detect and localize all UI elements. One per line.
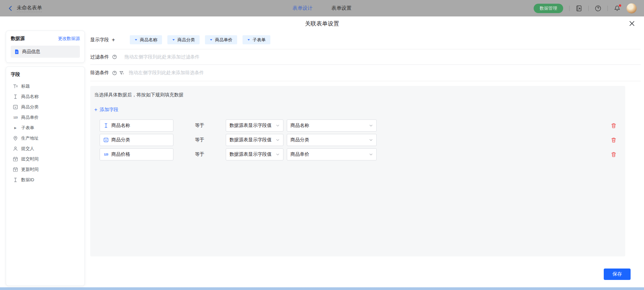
display-field-tag[interactable]: 商品单价: [205, 35, 237, 44]
filter-drop-placeholder[interactable]: 拖动左侧字段到此处来添加过滤条件: [124, 54, 200, 60]
rule-source-select[interactable]: 数据源表显示字段值: [226, 119, 283, 132]
delete-rule-icon[interactable]: [611, 123, 616, 129]
screen-condition-row: 筛选条件 拖动左侧字段到此处来添加筛选条件: [90, 65, 641, 81]
topbar: 未命名表单 表单设计 表单设置 数据管理: [0, 0, 644, 16]
rule-value-select[interactable]: 商品单价: [287, 148, 377, 160]
screen-condition-label: 筛选条件: [90, 70, 109, 76]
fill-rules-panel: 当选择具体数据后，将按如下规则填充数据 + 添加字段 商品名称等于数据源表显示字…: [90, 86, 625, 256]
delete-rule-icon[interactable]: [611, 137, 616, 143]
number-icon: 123: [103, 152, 109, 157]
funnel-icon: [119, 70, 124, 76]
display-field-tag-label: 商品名称: [140, 37, 157, 43]
chevron-down-icon: [369, 124, 373, 128]
fields-card: 字段 标题商品名称商品分类123商品单价▶子表单生产地址提交人提交时间更新时间数…: [6, 66, 85, 286]
caret-down-icon: [172, 38, 175, 41]
rule-value: 商品单价: [290, 151, 309, 157]
field-item[interactable]: 商品分类: [11, 102, 80, 112]
rule-source-select[interactable]: 数据源表显示字段值: [226, 134, 283, 146]
field-item-label: 商品名称: [21, 94, 39, 100]
topbar-actions: 数据管理: [534, 3, 637, 13]
user-avatar[interactable]: [627, 3, 637, 13]
rule-source-select[interactable]: 数据源表显示字段值: [226, 148, 283, 160]
caret-down-icon: [210, 38, 213, 41]
change-datasource-link[interactable]: 更改数据源: [58, 36, 80, 42]
help-circle-icon[interactable]: [112, 54, 117, 59]
help-circle-icon[interactable]: [112, 70, 117, 76]
back-button[interactable]: 未命名表单: [7, 5, 42, 12]
field-item[interactable]: 提交人: [11, 143, 80, 154]
person-icon: [13, 146, 18, 151]
display-field-tag[interactable]: 商品名称: [130, 35, 162, 44]
add-display-field-icon[interactable]: +: [112, 37, 115, 43]
tab-form-design[interactable]: 表单设计: [292, 5, 313, 11]
field-item-label: 商品分类: [21, 104, 39, 110]
display-fields-label: 显示字段: [90, 37, 109, 43]
field-item-label: 子表单: [21, 125, 34, 131]
datasource-title: 数据源: [11, 36, 25, 42]
display-field-tag[interactable]: 子表单: [243, 35, 270, 44]
filter-condition-row: 过滤条件 拖动左侧字段到此处来添加过滤条件: [90, 49, 641, 65]
filter-condition-label: 过滤条件: [90, 54, 109, 60]
subform-icon: ▶: [13, 125, 18, 131]
data-manage-button[interactable]: 数据管理: [534, 4, 563, 13]
text-icon: [103, 123, 109, 128]
caret-down-icon: [135, 38, 138, 41]
field-list: 标题商品名称商品分类123商品单价▶子表单生产地址提交人提交时间更新时间数据ID: [11, 81, 80, 185]
chevron-down-icon: [369, 138, 373, 142]
rule-operator: 等于: [195, 137, 206, 143]
tab-form-settings[interactable]: 表单设置: [331, 5, 352, 11]
datasource-item[interactable]: 商品信息: [11, 46, 80, 58]
calendar-icon: [13, 167, 18, 172]
rule-field-box[interactable]: 123商品价格: [100, 148, 173, 160]
display-field-tags: 商品名称商品分类商品单价子表单: [130, 35, 270, 44]
select-icon: [103, 137, 109, 143]
field-item-label: 数据ID: [21, 177, 34, 183]
field-item[interactable]: 提交时间: [11, 154, 80, 164]
modal-title: 关联表单设置: [305, 20, 339, 28]
field-item[interactable]: 数据ID: [11, 175, 80, 185]
datasource-item-label: 商品信息: [22, 49, 40, 55]
field-item[interactable]: 生产地址: [11, 133, 80, 143]
rule-field-label: 商品名称: [111, 123, 130, 129]
screen-drop-placeholder[interactable]: 拖动左侧字段到此处来添加筛选条件: [129, 70, 204, 76]
rule-source-value: 数据源表显示字段值: [229, 151, 272, 157]
rule-field-box[interactable]: 商品分类: [100, 134, 173, 146]
field-item[interactable]: 更新时间: [11, 164, 80, 175]
rule-source-value: 数据源表显示字段值: [229, 137, 272, 143]
field-item[interactable]: ▶子表单: [11, 123, 80, 133]
topbar-tabs: 表单设计 表单设置: [292, 0, 352, 16]
help-icon[interactable]: [595, 5, 601, 12]
text-icon: [13, 94, 18, 99]
rule-source-value: 数据源表显示字段值: [229, 123, 272, 129]
modal-footer: 保存: [90, 261, 641, 287]
display-field-tag-label: 商品单价: [215, 37, 232, 43]
back-chevron-icon: [7, 5, 13, 11]
close-icon[interactable]: [629, 20, 635, 27]
rule-field-label: 商品价格: [111, 151, 130, 157]
notification-badge: [619, 4, 621, 7]
field-item[interactable]: 商品名称: [11, 91, 80, 102]
caret-down-icon: [247, 38, 250, 41]
field-item-label: 提交时间: [21, 156, 39, 162]
chevron-down-icon: [276, 124, 280, 128]
related-form-settings-modal: 关联表单设置 数据源 更改数据源 商品信息 字段: [0, 16, 644, 287]
calendar-icon: [13, 156, 18, 162]
delete-rule-icon[interactable]: [611, 152, 616, 157]
add-field-button[interactable]: + 添加字段: [94, 107, 118, 113]
rule-field-box[interactable]: 商品名称: [100, 119, 173, 132]
bell-icon[interactable]: [614, 5, 621, 12]
field-item[interactable]: 123商品单价: [11, 112, 80, 123]
field-item[interactable]: 标题: [11, 81, 80, 91]
divider: [588, 6, 589, 11]
field-item-label: 提交人: [21, 146, 34, 152]
rule-value-select[interactable]: 商品名称: [287, 119, 377, 132]
field-item-label: 标题: [21, 83, 30, 89]
address-book-icon[interactable]: [576, 5, 582, 12]
rule-value-select[interactable]: 商品分类: [287, 134, 377, 146]
main-content: 显示字段 + 商品名称商品分类商品单价子表单 过滤条件 拖动左侧字段到此处来添加…: [85, 31, 644, 287]
display-field-tag-label: 商品分类: [177, 37, 195, 43]
form-title[interactable]: 未命名表单: [17, 5, 42, 12]
rule-operator: 等于: [195, 151, 206, 157]
display-field-tag[interactable]: 商品分类: [167, 35, 200, 44]
save-button[interactable]: 保存: [604, 269, 631, 280]
